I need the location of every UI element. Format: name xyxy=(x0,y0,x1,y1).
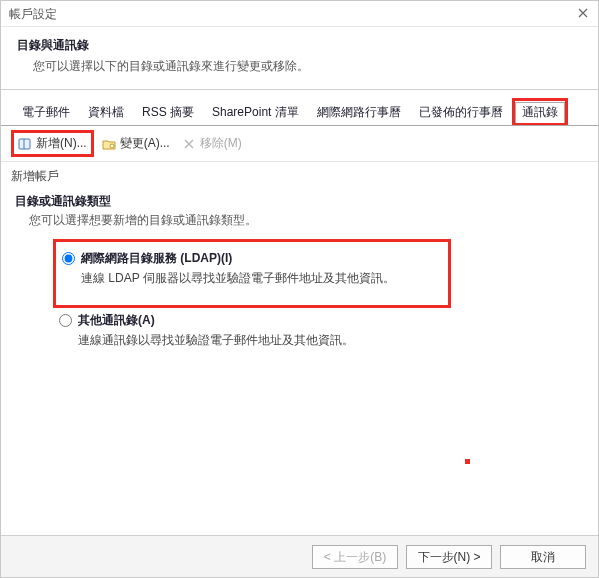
radio-ldap[interactable] xyxy=(62,252,75,265)
highlight-tab: 通訊錄 xyxy=(512,98,568,125)
cancel-button[interactable]: 取消 xyxy=(500,545,586,569)
tab-sharepoint[interactable]: SharePoint 清單 xyxy=(203,100,308,125)
radio-other[interactable] xyxy=(59,314,72,327)
footer: < 上一步(B) 下一步(N) > 取消 xyxy=(1,535,598,577)
title-bar: 帳戶設定 xyxy=(1,1,598,27)
stray-red-dot xyxy=(465,459,470,464)
window-title: 帳戶設定 xyxy=(9,7,57,21)
option-other-desc: 連線通訊錄以尋找並驗證電子郵件地址及其他資訊。 xyxy=(78,332,584,349)
type-title: 目錄或通訊錄類型 xyxy=(15,193,584,210)
header-subtitle: 您可以選擇以下的目錄或通訊錄來進行變更或移除。 xyxy=(33,58,584,75)
highlight-ldap: 網際網路目錄服務 (LDAP)(I) 連線 LDAP 伺服器以尋找並驗證電子郵件… xyxy=(53,239,451,308)
tab-strip: 電子郵件 資料檔 RSS 摘要 SharePoint 清單 網際網路行事曆 已發… xyxy=(1,90,598,126)
svg-point-2 xyxy=(110,144,114,148)
toolbar: 新增(N)... 變更(A)... 移除(M) xyxy=(1,126,598,162)
type-subtitle: 您可以選擇想要新增的目錄或通訊錄類型。 xyxy=(29,212,584,229)
highlight-new: 新增(N)... xyxy=(11,130,94,157)
dialog-header: 目錄與通訊錄 您可以選擇以下的目錄或通訊錄來進行變更或移除。 xyxy=(1,27,598,90)
remove-button-label: 移除(M) xyxy=(200,135,242,152)
option-ldap-desc: 連線 LDAP 伺服器以尋找並驗證電子郵件地址及其他資訊。 xyxy=(81,270,438,287)
new-button[interactable]: 新增(N)... xyxy=(14,133,91,154)
book-icon xyxy=(18,137,32,151)
remove-x-icon xyxy=(182,137,196,151)
header-title: 目錄與通訊錄 xyxy=(17,37,584,54)
tab-calendars[interactable]: 網際網路行事曆 xyxy=(308,100,410,125)
new-button-label: 新增(N)... xyxy=(36,135,87,152)
change-button[interactable]: 變更(A)... xyxy=(98,133,174,154)
option-other-label: 其他通訊錄(A) xyxy=(78,312,155,329)
tab-datafiles[interactable]: 資料檔 xyxy=(79,100,133,125)
remove-button: 移除(M) xyxy=(178,133,246,154)
close-icon[interactable] xyxy=(574,5,592,23)
next-button[interactable]: 下一步(N) > xyxy=(406,545,492,569)
option-ldap-label: 網際網路目錄服務 (LDAP)(I) xyxy=(81,250,232,267)
tab-rss[interactable]: RSS 摘要 xyxy=(133,100,203,125)
tab-email[interactable]: 電子郵件 xyxy=(13,100,79,125)
option-other[interactable]: 其他通訊錄(A) 連線通訊錄以尋找並驗證電子郵件地址及其他資訊。 xyxy=(59,312,584,349)
tab-published[interactable]: 已發佈的行事曆 xyxy=(410,100,512,125)
option-ldap[interactable]: 網際網路目錄服務 (LDAP)(I) 連線 LDAP 伺服器以尋找並驗證電子郵件… xyxy=(62,250,438,287)
options-group: 網際網路目錄服務 (LDAP)(I) 連線 LDAP 伺服器以尋找並驗證電子郵件… xyxy=(59,239,584,349)
back-button: < 上一步(B) xyxy=(312,545,398,569)
content-section: 新增帳戶 目錄或通訊錄類型 您可以選擇想要新增的目錄或通訊錄類型。 網際網路目錄… xyxy=(1,162,598,361)
change-button-label: 變更(A)... xyxy=(120,135,170,152)
section-heading: 新增帳戶 xyxy=(11,168,584,185)
folder-gear-icon xyxy=(102,137,116,151)
tab-address-book[interactable]: 通訊錄 xyxy=(515,102,565,123)
